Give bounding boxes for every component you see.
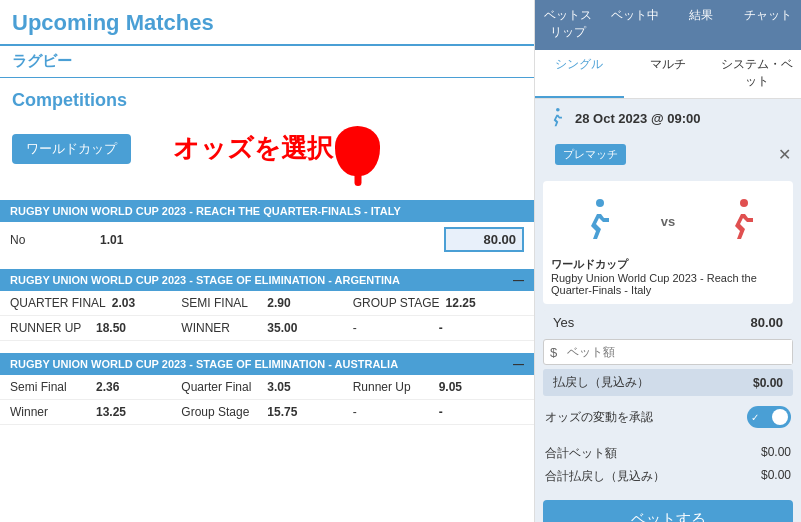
qf-odd: 2.03 <box>112 296 152 310</box>
bet-item-aus-qf: Quarter Final 3.05 <box>181 380 352 394</box>
drip-tail <box>354 174 361 186</box>
tab-betslip[interactable]: ベットスリップ <box>535 0 602 50</box>
tab-chat[interactable]: チャット <box>735 0 802 50</box>
match-header-2: RUGBY UNION WORLD CUP 2023 - STAGE OF EL… <box>0 269 534 291</box>
ru-label: RUNNER UP <box>10 321 90 335</box>
yes-odd: 80.00 <box>750 315 783 330</box>
w-label: WINNER <box>181 321 261 335</box>
match-row-aus-2: Winner 13.25 Group Stage 15.75 - - <box>0 400 534 425</box>
match-section-1: RUGBY UNION WORLD CUP 2023 - REACH THE Q… <box>0 200 534 257</box>
total-payout-label: 合計払戻し（見込み） <box>545 468 665 485</box>
total-bet-row: 合計ベット額 $0.00 <box>545 442 791 465</box>
match-section-2: RUGBY UNION WORLD CUP 2023 - STAGE OF EL… <box>0 269 534 341</box>
left-panel: Upcoming Matches ラグビー Competitions ワールドカ… <box>0 0 535 522</box>
match-row-arg-1: QUARTER FINAL 2.03 SEMI FINAL 2.90 GROUP… <box>0 291 534 316</box>
match-header-text-1: RUGBY UNION WORLD CUP 2023 - REACH THE Q… <box>10 205 401 217</box>
toggle-knob <box>772 409 788 425</box>
sf-odd: 2.90 <box>267 296 307 310</box>
vs-text: vs <box>661 214 675 229</box>
aus-w-label: Winner <box>10 405 90 419</box>
aus-dash-label: - <box>353 405 433 419</box>
bet-item-dash1: - - <box>353 321 524 335</box>
bet-item-ru: RUNNER UP 18.50 <box>10 321 181 335</box>
toggle-check-icon: ✓ <box>751 412 759 423</box>
aus-gs-odd: 15.75 <box>267 405 307 419</box>
stake-input[interactable] <box>563 340 792 364</box>
pre-match-row: プレマッチ ✕ <box>535 137 801 175</box>
tab-results[interactable]: 結果 <box>668 0 735 50</box>
yes-odd-input[interactable] <box>444 227 524 252</box>
aus-sf-odd: 2.36 <box>96 380 136 394</box>
tab-betting[interactable]: ベット中 <box>602 0 669 50</box>
close-button[interactable]: ✕ <box>778 145 791 164</box>
bet-item-aus-sf: Semi Final 2.36 <box>10 380 181 394</box>
aus-dash-odd: - <box>439 405 479 419</box>
bet-item-aus-w: Winner 13.25 <box>10 405 181 419</box>
match-header-1: RUGBY UNION WORLD CUP 2023 - REACH THE Q… <box>0 200 534 222</box>
svg-point-1 <box>596 199 604 207</box>
match-header-text-3: RUGBY UNION WORLD CUP 2023 - STAGE OF EL… <box>10 358 398 370</box>
match-row-aus-1: Semi Final 2.36 Quarter Final 3.05 Runne… <box>0 375 534 400</box>
competition-name: ワールドカップ <box>551 257 785 272</box>
svg-point-0 <box>556 108 560 112</box>
match-time-bar: 28 Oct 2023 @ 09:00 <box>535 99 801 137</box>
bet-item-gs: GROUP STAGE 12.25 <box>353 296 524 310</box>
total-bet-label: 合計ベット額 <box>545 445 617 462</box>
bet-item-aus-gs: Group Stage 15.75 <box>181 405 352 419</box>
page-title: Upcoming Matches <box>0 0 534 46</box>
yes-bet-row: Yes 80.00 <box>543 310 793 335</box>
runner-icon <box>545 107 567 129</box>
pre-match-badge: プレマッチ <box>555 144 626 165</box>
collapse-icon-3[interactable]: — <box>513 358 524 370</box>
aus-w-odd: 13.25 <box>96 405 136 419</box>
sub-tab-system[interactable]: システム・ベット <box>712 50 801 98</box>
sport-label: ラグビー <box>0 46 534 78</box>
match-name: Rugby Union World Cup 2023 - Reach the Q… <box>551 272 757 296</box>
match-row-arg-2: RUNNER UP 18.50 WINNER 35.00 - - <box>0 316 534 341</box>
sub-tab-multi[interactable]: マルチ <box>624 50 713 98</box>
currency-symbol: $ <box>544 345 563 360</box>
total-payout-value: $0.00 <box>761 468 791 485</box>
sf-label: SEMI FINAL <box>181 296 261 310</box>
bet-slip-content: 28 Oct 2023 @ 09:00 プレマッチ ✕ vs <box>535 99 801 522</box>
tab-bar: ベットスリップ ベット中 結果 チャット <box>535 0 801 50</box>
bet-button[interactable]: ベットする <box>543 500 793 522</box>
aus-qf-label: Quarter Final <box>181 380 261 394</box>
bet-item-qf: QUARTER FINAL 2.03 <box>10 296 181 310</box>
match-row-italy: No 1.01 <box>0 222 534 257</box>
match-time-text: 28 Oct 2023 @ 09:00 <box>575 111 700 126</box>
aus-qf-odd: 3.05 <box>267 380 307 394</box>
team-blue-icon <box>572 197 620 245</box>
annotation-text: オッズを選択 <box>173 131 333 166</box>
bet-item-w: WINNER 35.00 <box>181 321 352 335</box>
no-odd: 1.01 <box>100 233 140 247</box>
total-bet-value: $0.00 <box>761 445 791 462</box>
world-cup-button[interactable]: ワールドカップ <box>12 134 131 164</box>
aus-ru-label: Runner Up <box>353 380 433 394</box>
competitions-title: Competitions <box>12 90 522 111</box>
total-payout-row: 合計払戻し（見込み） $0.00 <box>545 465 791 488</box>
ru-odd: 18.50 <box>96 321 136 335</box>
bet-item-aus-dash: - - <box>353 405 524 419</box>
sub-tab-single[interactable]: シングル <box>535 50 624 98</box>
qf-label: QUARTER FINAL <box>10 296 106 310</box>
collapse-icon-2[interactable]: — <box>513 274 524 286</box>
gs-label: GROUP STAGE <box>353 296 440 310</box>
bet-item-aus-ru: Runner Up 9.05 <box>353 380 524 394</box>
match-card: vs ワールドカップ Rugby Union World Cup 2023 - … <box>543 181 793 304</box>
aus-gs-label: Group Stage <box>181 405 261 419</box>
dash1-odd: - <box>439 321 479 335</box>
w-odd: 35.00 <box>267 321 307 335</box>
aus-sf-label: Semi Final <box>10 380 90 394</box>
odds-accept-toggle[interactable]: ✓ <box>747 406 791 428</box>
match-teams: vs <box>551 189 785 253</box>
odds-accept-row: オッズの変動を承認 ✓ <box>535 400 801 434</box>
payout-row: 払戻し（見込み） $0.00 <box>543 369 793 396</box>
bet-item-sf: SEMI FINAL 2.90 <box>181 296 352 310</box>
competitions-section: Competitions ワールドカップ オッズを選択 <box>0 78 534 188</box>
gs-odd: 12.25 <box>446 296 486 310</box>
totals-section: 合計ベット額 $0.00 合計払戻し（見込み） $0.00 <box>535 438 801 492</box>
match-info: ワールドカップ Rugby Union World Cup 2023 - Rea… <box>551 257 785 296</box>
svg-point-2 <box>740 199 748 207</box>
stake-row[interactable]: $ <box>543 339 793 365</box>
